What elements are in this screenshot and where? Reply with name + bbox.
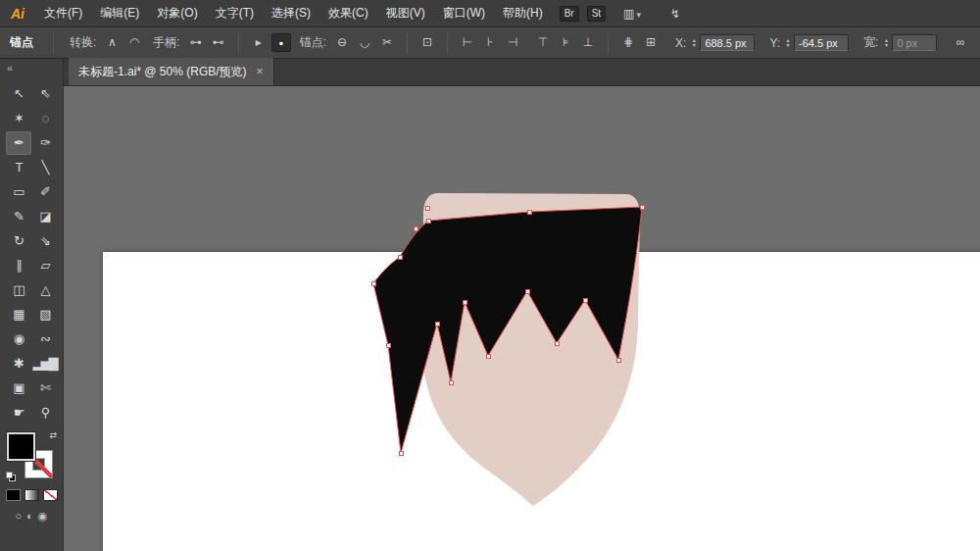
- type-tool[interactable]: T: [6, 156, 31, 179]
- swap-fill-stroke-icon[interactable]: ⇄: [49, 430, 57, 440]
- blend-tool[interactable]: ∾: [32, 327, 58, 351]
- free-transform-tool[interactable]: ▱: [32, 254, 58, 277]
- menu-item[interactable]: 效果(C): [319, 0, 377, 26]
- constrain-proportions-icon[interactable]: ∞: [951, 33, 970, 52]
- mesh-tool[interactable]: ▦: [6, 303, 31, 326]
- align-top-icon[interactable]: ⊤: [533, 33, 553, 52]
- shape-builder-tool[interactable]: ◫: [6, 278, 31, 302]
- stepper-down-icon[interactable]: ▾: [783, 43, 793, 48]
- anchor-point[interactable]: [425, 206, 429, 210]
- anchor-point[interactable]: [640, 205, 644, 209]
- gradient-button[interactable]: [24, 489, 39, 501]
- anchor-point[interactable]: [386, 343, 390, 347]
- close-tab-icon[interactable]: ×: [257, 65, 264, 78]
- anchor-point[interactable]: [525, 289, 529, 293]
- default-fill-stroke-icon[interactable]: [6, 472, 18, 481]
- zoom-tool[interactable]: ⚲: [32, 401, 58, 425]
- pen-tool[interactable]: ✒: [6, 131, 31, 155]
- align-middle-icon[interactable]: ⊧: [556, 33, 575, 52]
- menu-item[interactable]: 文字(T): [207, 0, 263, 26]
- hide-handles-icon[interactable]: ⊷: [209, 33, 228, 52]
- anchor-point[interactable]: [414, 226, 417, 230]
- draw-normal-button[interactable]: ○: [16, 510, 23, 523]
- anchor-point[interactable]: [426, 219, 430, 223]
- pencil-tool[interactable]: ✎: [6, 205, 31, 228]
- artboard-tool[interactable]: ▣: [6, 376, 31, 400]
- width-tool[interactable]: ∥: [6, 254, 31, 277]
- magic-wand-tool[interactable]: ✶: [6, 107, 31, 130]
- menu-item[interactable]: 视图(V): [377, 0, 434, 26]
- connect-anchor-icon[interactable]: ◡: [355, 33, 374, 52]
- convert-to-smooth-icon[interactable]: ◠: [124, 33, 144, 52]
- distribute-icon[interactable]: ⋕: [618, 33, 638, 52]
- width-input[interactable]: 0 px: [892, 34, 937, 51]
- column-graph-tool[interactable]: ▂▅▇: [32, 352, 58, 376]
- anchor-point[interactable]: [583, 298, 587, 302]
- cut-path-icon[interactable]: ✂: [377, 33, 397, 52]
- eyedropper-tool[interactable]: ◉: [6, 327, 31, 351]
- stepper-down-icon[interactable]: ▾: [881, 43, 891, 48]
- draw-inside-button[interactable]: ◉: [38, 510, 48, 523]
- slice-tool[interactable]: ✄: [32, 376, 58, 400]
- eraser-tool[interactable]: ◪: [32, 205, 58, 228]
- paintbrush-tool[interactable]: ✐: [32, 180, 58, 204]
- gradient-tool[interactable]: ▧: [32, 303, 58, 326]
- lasso-tool[interactable]: ◌: [32, 107, 58, 130]
- anchor-point[interactable]: [398, 255, 402, 259]
- x-stepper[interactable]: ▴ ▾: [689, 38, 699, 48]
- menu-item[interactable]: 对象(O): [148, 0, 206, 26]
- none-button[interactable]: [43, 489, 58, 501]
- stepper-down-icon[interactable]: ▾: [689, 43, 699, 48]
- menu-item[interactable]: 帮助(H): [494, 0, 552, 26]
- align-center-horizontal-icon[interactable]: ⊦: [480, 33, 500, 52]
- menu-item[interactable]: 窗口(W): [434, 0, 494, 26]
- anchor-point[interactable]: [616, 358, 620, 362]
- collapse-panel-button[interactable]: «: [0, 59, 63, 80]
- menu-item[interactable]: 文件(F): [35, 0, 91, 26]
- gpu-performance-icon[interactable]: ↯: [670, 7, 680, 21]
- x-input[interactable]: 688.5 px: [700, 34, 755, 51]
- anchor-point[interactable]: [555, 341, 559, 345]
- symbol-sprayer-tool[interactable]: ✱: [6, 352, 31, 376]
- remove-anchor-icon[interactable]: ⊖: [332, 33, 352, 52]
- color-button[interactable]: [6, 489, 21, 501]
- document-tab[interactable]: 未标题-1.ai* @ 50% (RGB/预览) ×: [69, 58, 274, 85]
- scale-tool[interactable]: ⇘: [32, 229, 58, 253]
- menu-item[interactable]: 编辑(E): [91, 0, 148, 26]
- width-stepper[interactable]: ▴ ▾: [881, 38, 891, 48]
- line-segment-tool[interactable]: ╲: [32, 156, 58, 179]
- anchor-point[interactable]: [399, 451, 403, 455]
- arrange-documents-icon[interactable]: ▥▾: [623, 7, 641, 21]
- y-input[interactable]: -64.5 px: [794, 34, 849, 51]
- anchor-point[interactable]: [527, 210, 531, 214]
- anchor-point[interactable]: [371, 281, 375, 285]
- convert-to-corner-icon[interactable]: ∧: [102, 33, 122, 52]
- corner-toggle-icon[interactable]: ▸: [249, 33, 269, 52]
- selection-tool[interactable]: ↖: [6, 82, 31, 106]
- rotate-tool[interactable]: ↻: [6, 229, 31, 253]
- anchor-point[interactable]: [486, 354, 490, 358]
- smooth-toggle-icon[interactable]: ▪: [271, 33, 291, 52]
- fill-color-swatch[interactable]: [7, 432, 35, 461]
- rectangle-tool[interactable]: ▭: [6, 180, 31, 204]
- perspective-grid-tool[interactable]: △: [32, 278, 58, 302]
- align-bottom-icon[interactable]: ⊥: [578, 33, 598, 52]
- isolate-object-icon[interactable]: ⊡: [417, 33, 437, 52]
- curvature-tool[interactable]: ✑: [32, 131, 58, 155]
- y-stepper[interactable]: ▴ ▾: [783, 38, 793, 48]
- bridge-button[interactable]: Br: [560, 6, 579, 22]
- draw-modes-row: ○ ◐ ◉: [0, 510, 63, 523]
- hand-tool[interactable]: ☛: [6, 401, 31, 425]
- menu-item[interactable]: 选择(S): [263, 0, 319, 26]
- reference-point-icon[interactable]: ⊞: [641, 33, 661, 52]
- canvas-area[interactable]: [64, 86, 980, 551]
- anchor-point[interactable]: [463, 300, 466, 304]
- draw-behind-button[interactable]: ◐: [26, 510, 33, 523]
- anchor-point[interactable]: [435, 322, 439, 326]
- direct-selection-tool[interactable]: ⇖: [32, 82, 58, 106]
- align-right-icon[interactable]: ⊣: [503, 33, 522, 52]
- align-left-icon[interactable]: ⊢: [458, 33, 477, 52]
- show-handles-icon[interactable]: ⊶: [186, 33, 206, 52]
- stock-button[interactable]: St: [587, 6, 606, 22]
- anchor-point[interactable]: [449, 380, 453, 384]
